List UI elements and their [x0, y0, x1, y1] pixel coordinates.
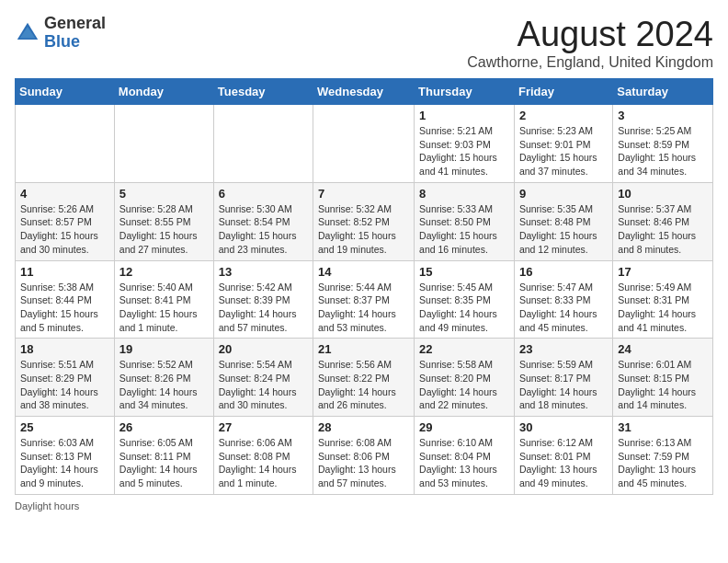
day-number: 31 — [618, 420, 708, 434]
calendar-day-cell: 24Sunrise: 6:01 AM Sunset: 8:15 PM Dayli… — [613, 339, 713, 417]
calendar-day-header: Sunday — [16, 79, 115, 105]
day-info: Sunrise: 5:26 AM Sunset: 8:57 PM Dayligh… — [20, 202, 109, 257]
day-number: 19 — [119, 342, 209, 356]
calendar-week-row: 1Sunrise: 5:21 AM Sunset: 9:03 PM Daylig… — [16, 105, 713, 183]
calendar-day-cell: 1Sunrise: 5:21 AM Sunset: 9:03 PM Daylig… — [415, 105, 515, 183]
calendar-day-cell: 11Sunrise: 5:38 AM Sunset: 8:44 PM Dayli… — [16, 260, 115, 339]
calendar-day-cell: 28Sunrise: 6:08 AM Sunset: 8:06 PM Dayli… — [313, 417, 415, 495]
calendar-day-cell: 15Sunrise: 5:45 AM Sunset: 8:35 PM Dayli… — [415, 260, 515, 339]
day-number: 9 — [519, 187, 608, 201]
calendar-day-cell — [313, 105, 415, 183]
day-info: Sunrise: 6:06 AM Sunset: 8:08 PM Dayligh… — [219, 436, 308, 490]
calendar-day-cell: 7Sunrise: 5:32 AM Sunset: 8:52 PM Daylig… — [313, 182, 415, 260]
day-number: 7 — [318, 187, 409, 201]
calendar-day-header: Tuesday — [213, 79, 313, 105]
day-info: Sunrise: 5:47 AM Sunset: 8:33 PM Dayligh… — [519, 281, 608, 335]
calendar-day-cell: 18Sunrise: 5:51 AM Sunset: 8:29 PM Dayli… — [16, 339, 115, 417]
day-number: 26 — [119, 420, 209, 434]
day-info: Sunrise: 5:28 AM Sunset: 8:55 PM Dayligh… — [119, 202, 209, 257]
day-number: 20 — [219, 342, 308, 356]
calendar-day-cell: 16Sunrise: 5:47 AM Sunset: 8:33 PM Dayli… — [514, 260, 612, 339]
calendar-week-row: 18Sunrise: 5:51 AM Sunset: 8:29 PM Dayli… — [16, 339, 713, 417]
calendar-day-cell — [16, 105, 115, 183]
day-number: 2 — [519, 109, 608, 122]
calendar-day-cell: 30Sunrise: 6:12 AM Sunset: 8:01 PM Dayli… — [514, 417, 612, 495]
day-info: Sunrise: 5:30 AM Sunset: 8:54 PM Dayligh… — [219, 202, 308, 257]
day-number: 14 — [318, 265, 409, 279]
calendar-day-cell: 12Sunrise: 5:40 AM Sunset: 8:41 PM Dayli… — [114, 260, 213, 339]
calendar-day-cell: 21Sunrise: 5:56 AM Sunset: 8:22 PM Dayli… — [313, 339, 415, 417]
calendar-day-header: Saturday — [613, 79, 713, 105]
calendar-day-cell: 14Sunrise: 5:44 AM Sunset: 8:37 PM Dayli… — [313, 260, 415, 339]
calendar-day-cell: 10Sunrise: 5:37 AM Sunset: 8:46 PM Dayli… — [613, 182, 713, 260]
calendar-day-cell: 29Sunrise: 6:10 AM Sunset: 8:04 PM Dayli… — [415, 417, 515, 495]
day-number: 22 — [419, 342, 509, 356]
calendar-day-cell: 5Sunrise: 5:28 AM Sunset: 8:55 PM Daylig… — [114, 182, 213, 260]
day-number: 3 — [618, 109, 708, 122]
calendar-day-header: Friday — [514, 79, 612, 105]
calendar-day-cell: 17Sunrise: 5:49 AM Sunset: 8:31 PM Dayli… — [613, 260, 713, 339]
day-info: Sunrise: 5:23 AM Sunset: 9:01 PM Dayligh… — [519, 124, 608, 178]
calendar-day-cell: 2Sunrise: 5:23 AM Sunset: 9:01 PM Daylig… — [514, 105, 612, 183]
day-info: Sunrise: 5:52 AM Sunset: 8:26 PM Dayligh… — [119, 358, 209, 412]
day-number: 15 — [419, 265, 509, 279]
calendar-header-row: SundayMondayTuesdayWednesdayThursdayFrid… — [16, 79, 713, 105]
day-number: 13 — [219, 265, 308, 279]
calendar-day-cell: 27Sunrise: 6:06 AM Sunset: 8:08 PM Dayli… — [213, 417, 313, 495]
day-number: 24 — [618, 342, 708, 356]
day-number: 11 — [20, 265, 109, 279]
day-number: 23 — [519, 342, 608, 356]
day-info: Sunrise: 5:44 AM Sunset: 8:37 PM Dayligh… — [318, 281, 409, 335]
month-title: August 2024 — [467, 15, 713, 54]
day-info: Sunrise: 5:40 AM Sunset: 8:41 PM Dayligh… — [119, 281, 209, 335]
day-info: Sunrise: 5:49 AM Sunset: 8:31 PM Dayligh… — [618, 281, 708, 335]
day-number: 6 — [219, 187, 308, 201]
day-info: Sunrise: 5:58 AM Sunset: 8:20 PM Dayligh… — [419, 358, 509, 412]
day-info: Sunrise: 6:03 AM Sunset: 8:13 PM Dayligh… — [20, 436, 109, 490]
day-info: Sunrise: 5:32 AM Sunset: 8:52 PM Dayligh… — [318, 202, 409, 257]
day-number: 30 — [519, 420, 608, 434]
day-number: 29 — [419, 420, 509, 434]
title-block: August 2024 Cawthorne, England, United K… — [467, 15, 713, 71]
calendar-day-cell — [114, 105, 213, 183]
day-info: Sunrise: 5:37 AM Sunset: 8:46 PM Dayligh… — [618, 202, 708, 257]
calendar-day-cell: 22Sunrise: 5:58 AM Sunset: 8:20 PM Dayli… — [415, 339, 515, 417]
day-info: Sunrise: 6:05 AM Sunset: 8:11 PM Dayligh… — [119, 436, 209, 490]
day-number: 1 — [419, 109, 509, 122]
footer-note: Daylight hours — [15, 500, 713, 511]
day-info: Sunrise: 5:38 AM Sunset: 8:44 PM Dayligh… — [20, 281, 109, 335]
day-number: 12 — [119, 265, 209, 279]
calendar-day-header: Monday — [114, 79, 213, 105]
calendar-day-cell: 19Sunrise: 5:52 AM Sunset: 8:26 PM Dayli… — [114, 339, 213, 417]
logo-icon — [15, 20, 40, 46]
calendar-week-row: 25Sunrise: 6:03 AM Sunset: 8:13 PM Dayli… — [16, 417, 713, 495]
day-info: Sunrise: 5:54 AM Sunset: 8:24 PM Dayligh… — [219, 358, 308, 412]
day-info: Sunrise: 6:12 AM Sunset: 8:01 PM Dayligh… — [519, 436, 608, 490]
page-header: General Blue August 2024 Cawthorne, Engl… — [15, 15, 713, 71]
day-info: Sunrise: 5:35 AM Sunset: 8:48 PM Dayligh… — [519, 202, 608, 257]
day-info: Sunrise: 5:59 AM Sunset: 8:17 PM Dayligh… — [519, 358, 608, 412]
day-info: Sunrise: 5:42 AM Sunset: 8:39 PM Dayligh… — [219, 281, 308, 335]
calendar-day-cell: 26Sunrise: 6:05 AM Sunset: 8:11 PM Dayli… — [114, 417, 213, 495]
calendar-day-cell: 13Sunrise: 5:42 AM Sunset: 8:39 PM Dayli… — [213, 260, 313, 339]
day-number: 5 — [119, 187, 209, 201]
calendar-day-header: Thursday — [415, 79, 515, 105]
day-number: 28 — [318, 420, 409, 434]
day-number: 27 — [219, 420, 308, 434]
day-number: 25 — [20, 420, 109, 434]
day-number: 21 — [318, 342, 409, 356]
calendar-day-header: Wednesday — [313, 79, 415, 105]
day-number: 10 — [618, 187, 708, 201]
calendar-day-cell: 25Sunrise: 6:03 AM Sunset: 8:13 PM Dayli… — [16, 417, 115, 495]
day-info: Sunrise: 5:45 AM Sunset: 8:35 PM Dayligh… — [419, 281, 509, 335]
logo: General Blue — [15, 15, 106, 52]
day-info: Sunrise: 6:08 AM Sunset: 8:06 PM Dayligh… — [318, 436, 409, 490]
day-number: 17 — [618, 265, 708, 279]
calendar-day-cell: 3Sunrise: 5:25 AM Sunset: 8:59 PM Daylig… — [613, 105, 713, 183]
day-number: 4 — [20, 187, 109, 201]
calendar-day-cell: 23Sunrise: 5:59 AM Sunset: 8:17 PM Dayli… — [514, 339, 612, 417]
calendar-week-row: 11Sunrise: 5:38 AM Sunset: 8:44 PM Dayli… — [16, 260, 713, 339]
day-info: Sunrise: 6:10 AM Sunset: 8:04 PM Dayligh… — [419, 436, 509, 490]
calendar-body: 1Sunrise: 5:21 AM Sunset: 9:03 PM Daylig… — [16, 105, 713, 495]
calendar-day-cell: 8Sunrise: 5:33 AM Sunset: 8:50 PM Daylig… — [415, 182, 515, 260]
